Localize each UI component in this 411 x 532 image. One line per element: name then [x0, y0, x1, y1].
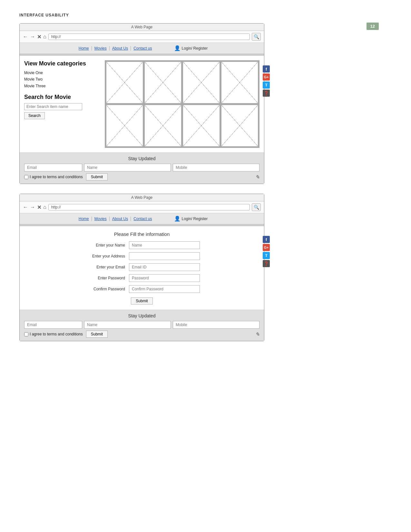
back-btn-2[interactable]: ←	[23, 204, 28, 210]
img-6	[144, 105, 181, 147]
login-btn-1[interactable]: 👤 Login/ Register	[174, 45, 208, 51]
nav-movies-1[interactable]: Movies	[92, 46, 110, 51]
footer-bar-1: Stay Updated I agree to terms and condit…	[20, 152, 264, 184]
footer-inputs-1	[24, 164, 259, 171]
form-title: Please Fill the information	[24, 231, 259, 237]
footer-submit-btn-2[interactable]: Submit	[86, 331, 108, 338]
footer-email-2[interactable]	[24, 321, 82, 329]
field-address[interactable]	[129, 252, 200, 260]
pencil-icon-1: ✎	[255, 174, 259, 180]
login-icon-1: 👤	[174, 45, 181, 51]
browser-frame-1: A Web Page ← → ✕ ⌂ 🔍 Home Movies About U…	[19, 23, 264, 184]
nav-about-1[interactable]: About Us	[110, 46, 131, 51]
img-2	[144, 62, 181, 103]
terms-label-1: I agree to terms and conditions	[24, 175, 83, 179]
search-input[interactable]	[24, 103, 82, 110]
twitter-icon-2[interactable]: 𝕋	[263, 252, 270, 259]
movie-item-1[interactable]: Movie One	[24, 70, 102, 76]
label-address: Enter your Address	[84, 254, 129, 258]
form-row-name: Enter your Name	[24, 241, 259, 249]
browser-search-btn-2[interactable]: 🔍	[252, 203, 261, 211]
img-3	[183, 62, 220, 103]
footer-mobile-2[interactable]	[173, 321, 259, 329]
google-icon-1[interactable]: G+	[263, 73, 270, 81]
terms-text-2: I agree to terms and conditions	[30, 332, 83, 336]
nav-home-2[interactable]: Home	[76, 217, 92, 221]
left-panel-1: View Movie categories Movie One Movie Tw…	[24, 60, 102, 148]
nav-home-1[interactable]: Home	[76, 46, 92, 51]
close-btn[interactable]: ✕	[37, 34, 41, 40]
label-email: Enter your Email	[84, 265, 129, 269]
img-1	[106, 62, 143, 103]
movie-list: Movie One Movie Two Movie Three	[24, 70, 102, 89]
site-nav-1: Home Movies About Us Contact us 👤 Login/…	[20, 43, 264, 54]
page-label: INTERFACE USABILITY	[19, 13, 392, 17]
site-nav-2: Home Movies About Us Contact us 👤 Login/…	[20, 213, 264, 224]
forward-btn[interactable]: →	[30, 34, 35, 40]
help-icon-1[interactable]: ❓	[263, 90, 270, 97]
login-icon-2: 👤	[174, 216, 181, 222]
terms-checkbox-2[interactable]	[24, 332, 28, 336]
stay-updated-title-2: Stay Updated	[24, 313, 259, 318]
footer-inputs-2	[24, 321, 259, 329]
footer-submit-btn-1[interactable]: Submit	[86, 173, 108, 180]
label-password: Enter Password	[84, 276, 129, 280]
footer-name-1[interactable]	[84, 164, 171, 171]
search-button[interactable]: Search	[24, 112, 45, 119]
img-7	[183, 105, 220, 147]
footer-bottom-2: I agree to terms and conditions Submit ✎	[24, 331, 259, 338]
nav-movies-2[interactable]: Movies	[92, 217, 110, 221]
img-5	[106, 105, 143, 147]
field-email[interactable]	[129, 263, 200, 271]
address-bar-1[interactable]	[48, 34, 250, 40]
social-sidebar-1: f G+ 𝕋 ❓	[263, 65, 270, 97]
facebook-icon-2[interactable]: f	[263, 236, 270, 243]
login-label-2: Login/ Register	[182, 217, 208, 221]
footer-mobile-1[interactable]	[173, 164, 259, 171]
browser-frame-2: A Web Page ← → ✕ ⌂ 🔍 Home Movies About U…	[19, 194, 264, 341]
terms-label-2: I agree to terms and conditions	[24, 332, 83, 336]
home-btn[interactable]: ⌂	[43, 34, 46, 40]
nav-contact-1[interactable]: Contact us	[131, 46, 154, 51]
stay-updated-title-1: Stay Updated	[24, 156, 259, 161]
browser-search-btn-1[interactable]: 🔍	[252, 33, 261, 41]
browser-toolbar-1: ← → ✕ ⌂ 🔍	[20, 31, 264, 43]
movie-item-3[interactable]: Movie Three	[24, 83, 102, 89]
img-4	[221, 62, 258, 103]
browser-title-2: A Web Page	[20, 194, 264, 201]
google-icon-2[interactable]: G+	[263, 244, 270, 251]
nav-contact-2[interactable]: Contact us	[131, 217, 154, 221]
login-label-1: Login/ Register	[182, 46, 208, 51]
movie-item-2[interactable]: Movie Two	[24, 76, 102, 82]
form-section: Please Fill the information Enter your N…	[20, 226, 264, 310]
form-row-confirm: Confirm Password	[24, 285, 259, 293]
social-sidebar-2: f G+ 𝕋 ❓	[263, 236, 270, 267]
footer-name-2[interactable]	[84, 321, 171, 329]
field-confirm[interactable]	[129, 285, 200, 293]
field-name[interactable]	[129, 241, 200, 249]
back-btn[interactable]: ←	[23, 34, 28, 40]
forward-btn-2[interactable]: →	[30, 204, 35, 210]
address-bar-2[interactable]	[48, 204, 250, 210]
nav-links-1: Home Movies About Us Contact us	[76, 46, 155, 51]
terms-checkbox-1[interactable]	[24, 175, 28, 179]
categories-title: View Movie categories	[24, 60, 102, 67]
label-confirm: Confirm Password	[84, 287, 129, 291]
login-btn-2[interactable]: 👤 Login/ Register	[174, 216, 208, 222]
twitter-icon-1[interactable]: 𝕋	[263, 82, 270, 89]
form-submit-row: Submit	[24, 297, 259, 305]
form-row-password: Enter Password	[24, 274, 259, 282]
close-btn-2[interactable]: ✕	[37, 204, 41, 210]
facebook-icon-1[interactable]: f	[263, 65, 270, 73]
img-8	[221, 105, 258, 147]
nav-about-2[interactable]: About Us	[110, 217, 131, 221]
help-icon-2[interactable]: ❓	[263, 260, 270, 267]
form-wrapper: Please Fill the information Enter your N…	[20, 226, 264, 310]
browser-toolbar-2: ← → ✕ ⌂ 🔍	[20, 201, 264, 213]
form-row-email: Enter your Email	[24, 263, 259, 271]
field-password[interactable]	[129, 274, 200, 282]
terms-text-1: I agree to terms and conditions	[30, 175, 83, 179]
form-submit-btn[interactable]: Submit	[131, 297, 152, 305]
home-btn-2[interactable]: ⌂	[43, 204, 46, 210]
footer-email-1[interactable]	[24, 164, 82, 171]
